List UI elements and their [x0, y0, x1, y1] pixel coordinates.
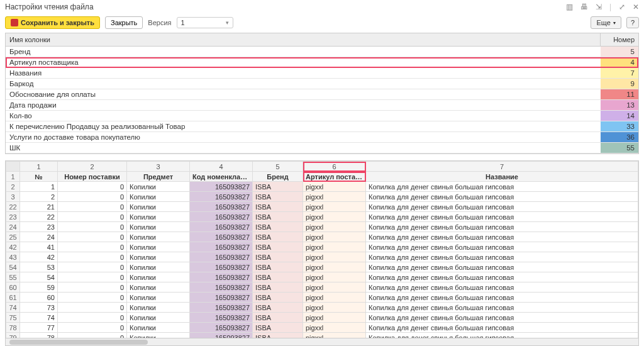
column-number[interactable]: 5: [253, 162, 303, 172]
column-header[interactable]: Код номенклатуры: [190, 172, 253, 182]
row-number[interactable]: 23: [6, 212, 20, 222]
version-select[interactable]: 1 ▾: [177, 17, 233, 28]
cell[interactable]: ISBA: [253, 262, 303, 272]
cell[interactable]: 0: [58, 333, 127, 338]
header-number[interactable]: Номер: [601, 33, 638, 46]
table-row[interactable]: 210Копилки165093827ISBApigxxlКопилка для…: [6, 182, 638, 192]
cell[interactable]: pigxxl: [303, 232, 366, 242]
cell[interactable]: 165093827: [190, 313, 253, 323]
save-close-button[interactable]: Сохранить и закрыть: [5, 16, 100, 29]
mapping-row[interactable]: Названия7: [6, 68, 638, 79]
cell[interactable]: 165093827: [190, 272, 253, 282]
cell[interactable]: pigxxl: [303, 282, 366, 293]
table-row[interactable]: 79780Копилки165093827ISBApigxxlКопилка д…: [6, 333, 638, 338]
cell[interactable]: 165093827: [190, 242, 253, 252]
cell[interactable]: Копилки: [127, 272, 190, 282]
cell[interactable]: Копилки: [127, 323, 190, 333]
cell[interactable]: 0: [58, 272, 127, 282]
mapping-row[interactable]: Обоснование для оплаты11: [6, 89, 638, 100]
cell[interactable]: Копилки: [127, 293, 190, 303]
cell[interactable]: ISBA: [253, 272, 303, 282]
row-number[interactable]: 75: [6, 313, 20, 323]
cell[interactable]: 2: [20, 192, 58, 202]
row-number[interactable]: 61: [6, 293, 20, 303]
cell[interactable]: 165093827: [190, 333, 253, 338]
column-number[interactable]: 3: [127, 162, 190, 172]
cell[interactable]: Копилка для денег свинья большая гипсова…: [366, 262, 638, 272]
cell[interactable]: pigxxl: [303, 202, 366, 212]
cell[interactable]: 0: [58, 192, 127, 202]
cell[interactable]: Копилка для денег свинья большая гипсова…: [366, 252, 638, 262]
cell[interactable]: ISBA: [253, 222, 303, 232]
cell[interactable]: ISBA: [253, 252, 303, 262]
row-number[interactable]: 55: [6, 272, 20, 282]
table-row[interactable]: 54530Копилки165093827ISBApigxxlКопилка д…: [6, 262, 638, 272]
expand-icon[interactable]: ⤢: [619, 3, 625, 11]
cell[interactable]: 59: [20, 282, 58, 293]
cell[interactable]: 0: [58, 323, 127, 333]
cell[interactable]: Копилки: [127, 252, 190, 262]
cell[interactable]: Копилка для денег свинья большая гипсова…: [366, 282, 638, 293]
row-number[interactable]: 25: [6, 232, 20, 242]
row-number[interactable]: 24: [6, 222, 20, 232]
cell[interactable]: 0: [58, 303, 127, 313]
cell[interactable]: 78: [20, 333, 58, 338]
cell[interactable]: 0: [58, 293, 127, 303]
cell[interactable]: 0: [58, 212, 127, 222]
cell[interactable]: Копилка для денег свинья большая гипсова…: [366, 202, 638, 212]
cell[interactable]: ISBA: [253, 313, 303, 323]
table-row[interactable]: 24230Копилки165093827ISBApigxxlКопилка д…: [6, 222, 638, 232]
cell[interactable]: Копилки: [127, 232, 190, 242]
row-number[interactable]: 1: [6, 172, 20, 182]
cell[interactable]: Копилка для денег свинья большая гипсова…: [366, 313, 638, 323]
cell[interactable]: Копилки: [127, 182, 190, 192]
table-row[interactable]: 61600Копилки165093827ISBApigxxlКопилка д…: [6, 293, 638, 303]
row-number[interactable]: 60: [6, 282, 20, 293]
cell[interactable]: 0: [58, 313, 127, 323]
cell[interactable]: pigxxl: [303, 303, 366, 313]
table-row[interactable]: 42410Копилки165093827ISBApigxxlКопилка д…: [6, 242, 638, 252]
cell[interactable]: pigxxl: [303, 313, 366, 323]
table-row[interactable]: 43420Копилки165093827ISBApigxxlКопилка д…: [6, 252, 638, 262]
table-row[interactable]: 22210Копилки165093827ISBApigxxlКопилка д…: [6, 202, 638, 212]
cell[interactable]: 23: [20, 222, 58, 232]
cell[interactable]: Копилки: [127, 192, 190, 202]
cell[interactable]: 1: [20, 182, 58, 192]
cell[interactable]: 24: [20, 232, 58, 242]
cell[interactable]: pigxxl: [303, 323, 366, 333]
cell[interactable]: 165093827: [190, 182, 253, 192]
cell[interactable]: Копилки: [127, 313, 190, 323]
help-button[interactable]: ?: [626, 17, 639, 28]
cell[interactable]: 21: [20, 202, 58, 212]
grid-corner[interactable]: [6, 162, 20, 172]
cell[interactable]: 0: [58, 262, 127, 272]
cell[interactable]: Копилка для денег свинья большая гипсова…: [366, 242, 638, 252]
cell[interactable]: Копилка для денег свинья большая гипсова…: [366, 303, 638, 313]
cell[interactable]: 165093827: [190, 192, 253, 202]
cell[interactable]: 0: [58, 202, 127, 212]
cell[interactable]: Копилка для денег свинья большая гипсова…: [366, 232, 638, 242]
mapping-row[interactable]: Бренд5: [6, 47, 638, 57]
mapping-row[interactable]: Дата продажи13: [6, 100, 638, 111]
cell[interactable]: Копилки: [127, 303, 190, 313]
cell[interactable]: 54: [20, 272, 58, 282]
cell[interactable]: 165093827: [190, 232, 253, 242]
table-row[interactable]: 23220Копилки165093827ISBApigxxlКопилка д…: [6, 212, 638, 222]
cell[interactable]: 165093827: [190, 282, 253, 293]
cell[interactable]: Копилки: [127, 212, 190, 222]
cell[interactable]: pigxxl: [303, 192, 366, 202]
column-number[interactable]: 6: [303, 162, 366, 172]
table-row[interactable]: 60590Копилки165093827ISBApigxxlКопилка д…: [6, 282, 638, 293]
cell[interactable]: 165093827: [190, 202, 253, 212]
cell[interactable]: 165093827: [190, 323, 253, 333]
cell[interactable]: pigxxl: [303, 182, 366, 192]
cell[interactable]: Копилка для денег свинья большая гипсова…: [366, 323, 638, 333]
cell[interactable]: 77: [20, 323, 58, 333]
scrollbar-thumb[interactable]: [9, 340, 148, 345]
cell[interactable]: ISBA: [253, 212, 303, 222]
row-number[interactable]: 2: [6, 182, 20, 192]
mapping-row[interactable]: Баркод9: [6, 79, 638, 89]
header-name[interactable]: Имя колонки: [6, 33, 601, 46]
cell[interactable]: pigxxl: [303, 262, 366, 272]
cell[interactable]: Копилки: [127, 222, 190, 232]
